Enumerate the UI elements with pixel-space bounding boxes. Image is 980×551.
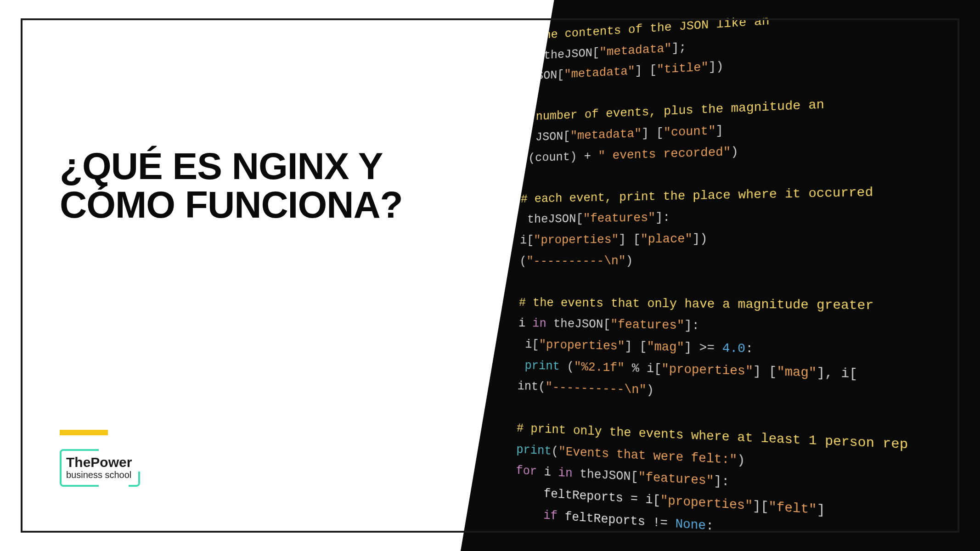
code-token: ] >=: [684, 340, 722, 355]
logo-bracket-icon: [60, 449, 99, 487]
code-string: "metadata": [564, 64, 635, 81]
code-token: ]:: [714, 474, 729, 489]
code-keyword: in: [558, 466, 573, 481]
code-token: ] [: [753, 364, 777, 379]
code-keyword: None: [675, 517, 706, 533]
code-comment: # the contents of the JSON like an: [524, 14, 770, 43]
code-token: feltReports = i[: [544, 487, 660, 508]
code-string: "----------\n": [545, 380, 646, 397]
logo-box: ThePower business school: [60, 449, 136, 487]
code-token: ] [: [625, 339, 647, 354]
code-number: 4.0: [722, 341, 746, 356]
code-token: ] [: [642, 126, 664, 141]
code-string: "features": [583, 211, 656, 225]
code-token: ]): [693, 231, 708, 246]
code-string: "properties": [534, 232, 619, 247]
code-snippet: # the contents of the JSON like an theJS…: [474, 0, 980, 551]
code-string: "count": [664, 124, 716, 140]
code-string: "mag": [777, 364, 817, 380]
code-string: "metadata": [599, 41, 671, 59]
code-token: ]:: [655, 211, 670, 225]
code-comment: # the events that only have a magnitude …: [519, 296, 874, 313]
code-token: theJSON[: [544, 45, 600, 62]
code-token: theJSON[: [546, 317, 610, 332]
code-string: "place": [641, 232, 693, 246]
logo-bracket-right-icon: [129, 472, 140, 487]
code-token: ]: [715, 124, 723, 138]
code-string: "----------\n": [526, 254, 625, 268]
code-token: ]): [709, 59, 724, 74]
code-string: "properties": [660, 493, 753, 513]
code-string: "felt": [769, 500, 817, 517]
code-string: "features": [610, 318, 684, 333]
code-token: :: [745, 341, 753, 356]
code-string: "title": [657, 60, 709, 77]
code-string: "%2.1f": [574, 360, 625, 375]
code-token: ): [737, 453, 745, 468]
code-token: ] [: [619, 232, 641, 247]
code-string: "Events that were felt:": [558, 444, 737, 467]
code-string: "mag": [647, 340, 684, 354]
code-string: "features": [638, 470, 714, 489]
code-comment: # each event, print the place where it o…: [521, 185, 873, 206]
code-token: ] [: [635, 63, 657, 78]
code-token: feltReports !=: [558, 509, 676, 531]
code-token: (: [560, 359, 574, 373]
accent-bar: [60, 430, 108, 435]
code-comment: # number of events, plus the magnitude a…: [522, 98, 824, 124]
code-token: ): [646, 383, 653, 397]
code-keyword: if: [543, 508, 558, 523]
code-token: ]: [817, 502, 825, 518]
code-token: JSON[: [535, 129, 570, 144]
code-string: "metadata": [570, 127, 642, 143]
code-token: ][: [753, 499, 769, 514]
code-token: theJSON[: [572, 467, 638, 484]
code-token: ]:: [684, 319, 699, 333]
code-token: (: [552, 444, 559, 458]
code-token: ): [731, 145, 738, 159]
code-token: :: [706, 518, 714, 534]
code-string: "properties": [661, 362, 753, 378]
page-headline: ¿QUÉ ES NGINX Y CÓMO FUNCIONA?: [60, 147, 479, 224]
code-string: "properties": [539, 337, 625, 353]
code-token: ];: [671, 40, 686, 55]
code-token: ): [625, 253, 633, 267]
code-token: ], i[: [817, 365, 857, 381]
code-string: " events recorded": [598, 145, 731, 163]
logo-container: ThePower business school: [60, 430, 136, 487]
code-token: i: [537, 465, 558, 480]
code-token: % i[: [625, 361, 662, 376]
